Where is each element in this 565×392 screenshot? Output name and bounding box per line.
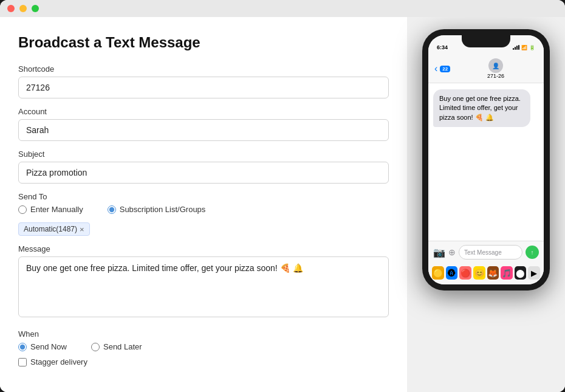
stagger-row: Stagger delivery — [18, 357, 389, 366]
subject-label: Subject — [18, 150, 389, 159]
tag-chip-label: Automatic(1487) — [24, 225, 77, 233]
signal-bar-4 — [518, 45, 519, 50]
automatic-tag-chip[interactable]: Automatic(1487) × — [18, 222, 90, 236]
subject-field-group: Subject — [18, 150, 389, 184]
shortcode-label: Shortcode — [18, 64, 389, 74]
contact-name: 271-26 — [487, 73, 504, 79]
shortcode-field-group: Shortcode — [18, 64, 389, 98]
message-bubble: Buy one get one free pizza. Limited time… — [433, 89, 530, 127]
msg-header: ‹ 22 👤 271-26 — [428, 55, 544, 83]
msg-bottom: 📷 ⊕ Text Message ↑ 🟡 🅐 — [428, 241, 544, 284]
dock-icon-5[interactable]: 🦊 — [487, 266, 499, 280]
radio-now-label: Send Now — [30, 342, 67, 351]
dock-icon-1[interactable]: 🟡 — [432, 266, 444, 280]
close-button[interactable] — [7, 5, 15, 12]
tag-remove-button[interactable]: × — [80, 225, 84, 233]
text-message-input[interactable]: Text Message — [459, 245, 522, 260]
titlebar — [0, 0, 565, 17]
when-section: When Send Now Send Later Stagger deliver… — [18, 329, 389, 366]
apps-icon[interactable]: ⊕ — [448, 247, 456, 257]
maximize-button[interactable] — [32, 5, 39, 12]
main-content: Broadcast a Text Message Shortcode Accou… — [0, 17, 565, 392]
send-arrow-icon: ↑ — [531, 249, 534, 256]
message-field-group: Message Buy one get one free pizza. Limi… — [18, 244, 389, 320]
battery-icon: 🔋 — [529, 45, 535, 50]
send-to-field-group: Send To Enter Manually Subscription List… — [18, 192, 389, 214]
header-center: 👤 271-26 — [454, 58, 538, 79]
app-dock: 🟡 🅐 🔴 😊 🦊 🎵 ⬤ ▶ — [428, 263, 544, 284]
contact-badge: 22 — [440, 66, 450, 72]
msg-body: Buy one get one free pizza. Limited time… — [428, 83, 544, 241]
dock-icon-4[interactable]: 😊 — [473, 266, 485, 280]
page-title: Broadcast a Text Message — [18, 34, 389, 51]
radio-manual-label: Enter Manually — [30, 205, 83, 214]
radio-later-option[interactable]: Send Later — [91, 342, 142, 351]
camera-icon[interactable]: 📷 — [433, 247, 445, 258]
bubble-text: Buy one get one free pizza. Limited time… — [439, 95, 521, 121]
when-options: Send Now Send Later — [18, 342, 389, 351]
message-label: Message — [18, 244, 389, 253]
back-arrow-icon[interactable]: ‹ — [434, 63, 437, 74]
tag-row: Automatic(1487) × — [18, 222, 389, 236]
radio-subscription-option[interactable]: Subscription List/Groups — [108, 205, 206, 214]
radio-manual-option[interactable]: Enter Manually — [18, 205, 83, 214]
radio-now-input[interactable] — [18, 343, 27, 351]
dock-icon-8[interactable]: ▶ — [528, 266, 540, 280]
avatar-icon: 👤 — [492, 63, 499, 69]
send-to-label: Send To — [18, 192, 389, 201]
send-to-options: Enter Manually Subscription List/Groups — [18, 205, 389, 214]
shortcode-input[interactable] — [18, 77, 389, 98]
account-field-group: Account — [18, 107, 389, 141]
dock-icon-3[interactable]: 🔴 — [459, 266, 471, 280]
dock-icon-2[interactable]: 🅐 — [446, 266, 458, 280]
signal-bar-1 — [513, 48, 514, 50]
avatar: 👤 — [488, 58, 503, 73]
radio-subscription-label: Subscription List/Groups — [120, 205, 206, 214]
stagger-checkbox[interactable] — [18, 358, 27, 366]
form-panel: Broadcast a Text Message Shortcode Accou… — [0, 17, 407, 392]
account-label: Account — [18, 107, 389, 116]
input-row: 📷 ⊕ Text Message ↑ — [428, 241, 544, 263]
dock-icon-6[interactable]: 🎵 — [501, 266, 513, 280]
iphone-notch — [462, 35, 510, 47]
subject-input[interactable] — [18, 162, 389, 184]
signal-bar-3 — [516, 46, 518, 50]
text-message-placeholder: Text Message — [464, 249, 502, 256]
radio-later-input[interactable] — [91, 343, 100, 351]
dock-icon-7[interactable]: ⬤ — [515, 266, 527, 280]
iphone-screen: 6:34 📶 🔋 — [428, 35, 544, 284]
signal-bars — [513, 45, 519, 50]
radio-now-option[interactable]: Send Now — [18, 342, 67, 351]
send-button[interactable]: ↑ — [526, 246, 539, 259]
status-right: 📶 🔋 — [513, 45, 535, 50]
stagger-label: Stagger delivery — [30, 357, 87, 366]
radio-manual-input[interactable] — [18, 205, 27, 214]
app-window: Broadcast a Text Message Shortcode Accou… — [0, 0, 565, 392]
phone-panel: 6:34 📶 🔋 — [407, 17, 565, 392]
when-label: When — [18, 329, 389, 339]
status-time: 6:34 — [437, 44, 448, 50]
wifi-icon: 📶 — [521, 45, 527, 50]
radio-later-label: Send Later — [103, 342, 142, 351]
account-input[interactable] — [18, 119, 389, 141]
minimize-button[interactable] — [19, 5, 27, 12]
signal-bar-2 — [515, 47, 516, 50]
message-textarea[interactable]: Buy one get one free pizza. Limited time… — [18, 256, 389, 317]
radio-subscription-input[interactable] — [108, 205, 116, 214]
iphone-mockup: 6:34 📶 🔋 — [422, 29, 550, 291]
